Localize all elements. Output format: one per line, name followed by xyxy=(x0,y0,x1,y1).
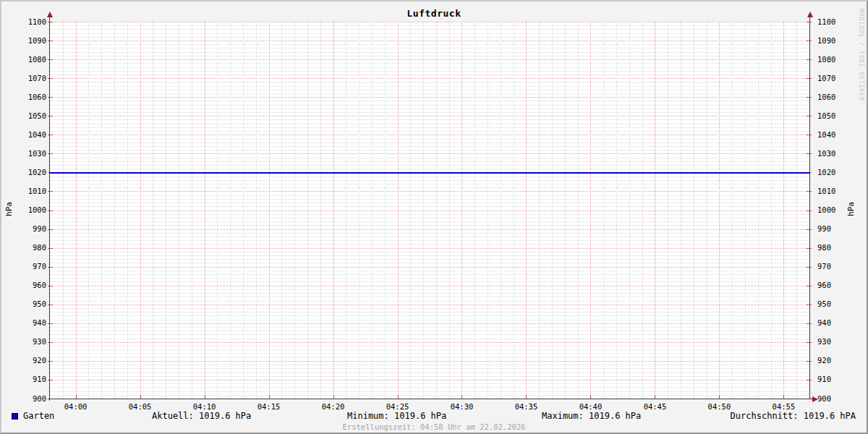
gridline-minor-v xyxy=(179,22,179,399)
x-tick-label: 04:50 xyxy=(697,403,741,411)
gridline-minor-v xyxy=(578,22,579,399)
gridline-minor-h xyxy=(50,101,809,101)
gridline-minor-h xyxy=(50,357,809,358)
gridline-minor-v xyxy=(488,22,488,399)
gridline-major-v xyxy=(783,22,784,399)
y-tick-label-right: 1060 xyxy=(817,93,835,101)
gridline-minor-v xyxy=(436,22,437,399)
y-tick-label-left: 930 xyxy=(22,338,46,346)
y-tick-label-left: 960 xyxy=(22,281,46,289)
gridline-minor-h xyxy=(50,346,809,346)
gridline-major-h xyxy=(50,323,809,324)
y-tick-label-left: 950 xyxy=(22,300,46,308)
gridline-minor-h xyxy=(50,195,809,196)
y-tick-label-left: 1040 xyxy=(22,131,46,139)
plot-area xyxy=(50,22,809,399)
x-tick-label: 04:35 xyxy=(504,403,548,411)
gridline-minor-h xyxy=(50,252,809,252)
gridline-major-v xyxy=(719,22,720,399)
y-tick-label-right: 910 xyxy=(817,375,831,383)
gridline-minor-h xyxy=(50,308,809,309)
gridline-minor-h xyxy=(50,169,809,169)
x-tick-label: 04:40 xyxy=(569,403,612,411)
y-tick-label-right: 1080 xyxy=(817,56,835,64)
gridline-minor-h xyxy=(50,161,809,162)
gridline-minor-v xyxy=(616,22,617,399)
gridline-minor-v xyxy=(192,22,192,399)
creation-timestamp: Erstellungszeit: 04:58 Uhr am 22.02.2026 xyxy=(1,422,867,431)
y-tick-label-left: 910 xyxy=(22,375,46,383)
gridline-minor-h xyxy=(50,37,809,38)
gridline-major-h xyxy=(50,78,809,79)
gridline-minor-v xyxy=(256,22,257,399)
gridline-minor-h xyxy=(50,233,809,234)
gridline-minor-h xyxy=(50,391,809,392)
y-tick-label-right: 940 xyxy=(817,319,831,327)
y-tick-label-right: 1050 xyxy=(817,112,835,120)
legend-row: Garten Aktuell: 1019.6 hPa Minimum: 1019… xyxy=(1,411,867,421)
x-axis xyxy=(48,399,812,399)
gridline-major-v xyxy=(590,22,591,399)
gridline-minor-h xyxy=(50,112,809,113)
gridline-minor-h xyxy=(50,218,809,218)
gridline-minor-h xyxy=(50,259,809,260)
gridline-minor-v xyxy=(101,22,102,399)
y-tick-label-left: 990 xyxy=(22,225,46,233)
y-tick-label-right: 920 xyxy=(817,357,831,365)
gridline-minor-v xyxy=(745,22,746,399)
gridline-minor-v xyxy=(668,22,668,399)
gridline-minor-v xyxy=(88,22,89,399)
gridline-major-v xyxy=(140,22,141,399)
gridline-minor-v xyxy=(552,22,553,399)
gridline-minor-h xyxy=(50,255,809,256)
gridline-minor-h xyxy=(50,199,809,200)
y-axis-title-left: hPa xyxy=(4,202,14,216)
y-tick-label-right: 990 xyxy=(817,225,831,233)
gridline-minor-v xyxy=(217,22,218,399)
y-tick-label-left: 970 xyxy=(22,263,46,271)
y-tick-label-left: 900 xyxy=(22,395,46,403)
gridline-minor-v xyxy=(385,22,386,399)
gridline-minor-h xyxy=(50,244,809,244)
y-tick-label-right: 930 xyxy=(817,338,831,346)
gridline-major-h xyxy=(50,248,809,249)
gridline-major-h xyxy=(50,59,809,60)
gridline-minor-h xyxy=(50,29,809,30)
y-tick-label-right: 970 xyxy=(817,263,831,271)
y-axis-left-arrow-icon xyxy=(47,12,53,17)
y-tick-label-left: 1080 xyxy=(22,56,46,64)
gridline-minor-h xyxy=(50,206,809,207)
y-tick-label-left: 1070 xyxy=(22,75,46,82)
y-axis-left xyxy=(49,17,50,401)
gridline-minor-v xyxy=(565,22,566,399)
x-tick-label: 04:25 xyxy=(376,403,420,411)
x-tick-label: 04:15 xyxy=(247,403,291,411)
gridline-major-h xyxy=(50,22,809,22)
x-tick-label: 04:55 xyxy=(762,403,805,411)
gridline-minor-h xyxy=(50,105,809,106)
gridline-minor-h xyxy=(50,63,809,64)
gridline-minor-v xyxy=(449,22,450,399)
gridline-minor-h xyxy=(50,281,809,282)
y-tick-label-left: 1100 xyxy=(22,18,46,26)
gridline-minor-h xyxy=(50,25,809,26)
gridline-minor-v xyxy=(63,22,64,399)
gridline-minor-h xyxy=(50,315,809,316)
y-tick-label-right: 1090 xyxy=(817,37,835,45)
x-tick-label: 04:05 xyxy=(119,403,162,411)
y-tick-label-right: 1100 xyxy=(817,18,835,26)
gridline-minor-v xyxy=(153,22,153,399)
gridline-minor-h xyxy=(50,150,809,150)
rrdtool-graph: Luftdruck hPa hPa Garten Aktuell: 1019.6… xyxy=(0,0,868,434)
legend-swatch-icon xyxy=(12,413,18,420)
y-tick-label-left: 1050 xyxy=(22,112,46,120)
gridline-minor-v xyxy=(758,22,759,399)
gridline-minor-h xyxy=(50,214,809,215)
x-tick-label: 04:20 xyxy=(312,403,355,411)
gridline-minor-v xyxy=(346,22,346,399)
gridline-minor-h xyxy=(50,93,809,94)
gridline-minor-v xyxy=(642,22,643,399)
y-tick-label-right: 1010 xyxy=(817,187,835,195)
gridline-major-h xyxy=(50,153,809,154)
gridline-minor-h xyxy=(50,56,809,56)
